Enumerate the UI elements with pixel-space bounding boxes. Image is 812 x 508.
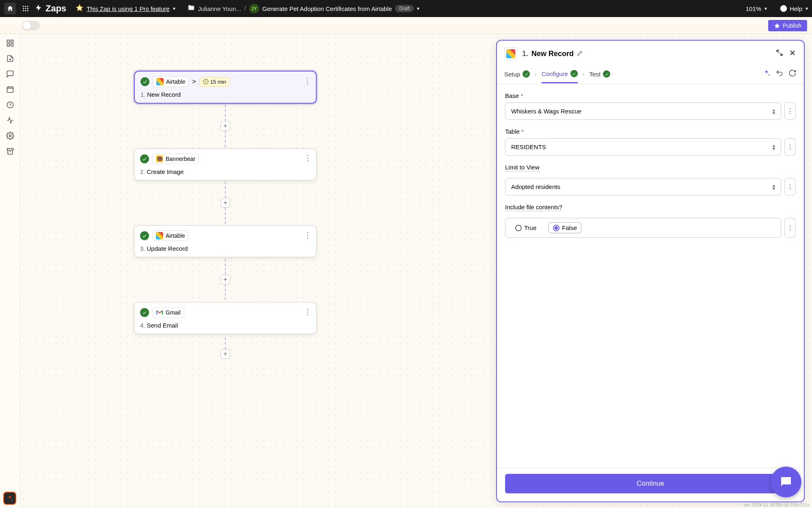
svg-point-10 (784, 10, 784, 10)
connector-3: + (134, 257, 317, 302)
base-select[interactable]: Whiskers & Wags Rescue ▴▾ (505, 102, 781, 120)
step-menu-icon[interactable]: ⋮ (304, 154, 311, 163)
include-label: Include file contents? (505, 204, 562, 211)
base-label: Base * (505, 92, 796, 99)
activity-icon[interactable] (5, 115, 15, 125)
chevron-down-icon[interactable]: ▾ (173, 6, 175, 11)
workspace-crumb[interactable]: Julianne Youn... (198, 5, 241, 12)
field-options-icon[interactable]: ⋮ (784, 102, 796, 120)
svg-point-1 (25, 6, 26, 7)
airtable-icon (156, 78, 164, 85)
chevron-right-icon: › (535, 71, 537, 77)
step-menu-icon[interactable]: ⋮ (304, 307, 311, 316)
airtable-icon (506, 49, 515, 58)
chat-bubble-icon[interactable] (771, 467, 801, 497)
radio-true[interactable]: True (511, 223, 540, 233)
add-step-button[interactable]: + (220, 349, 230, 359)
polling-chip: 15 min (199, 77, 230, 87)
limit-view-select[interactable]: Adopted residents ▴▾ (505, 178, 781, 195)
zoom-chevron-icon[interactable]: ▾ (764, 6, 767, 11)
step-card-3[interactable]: Airtable ⋮ 3.Update Record (134, 225, 317, 257)
add-step-button[interactable]: + (220, 198, 230, 208)
check-icon (603, 70, 610, 78)
svg-rect-18 (7, 148, 13, 150)
connector-2: + (134, 180, 317, 225)
check-icon (140, 154, 149, 163)
settings-gear-icon[interactable] (5, 131, 15, 141)
comment-icon[interactable] (5, 69, 15, 79)
apps-grid-icon[interactable] (19, 2, 32, 15)
check-icon (140, 77, 149, 86)
step-card-2[interactable]: 🐻 Bannerbear ⋮ 2.Create Image (134, 148, 317, 180)
zoom-level[interactable]: 101% (746, 5, 761, 12)
close-icon[interactable] (788, 49, 797, 59)
editor-canvas[interactable]: Airtable > 15 min ⋮ 1.New Record + (20, 34, 812, 508)
history-icon[interactable] (5, 100, 15, 110)
add-step-button[interactable]: + (220, 275, 230, 284)
title-chevron-icon[interactable]: ▾ (417, 6, 419, 11)
continue-button[interactable]: Continue (505, 474, 796, 493)
tool-grid-icon[interactable] (5, 38, 15, 48)
zap-title[interactable]: Generate Pet Adoption Certificates from … (262, 5, 392, 12)
add-step-button[interactable]: + (220, 121, 230, 131)
archive-icon[interactable] (5, 146, 15, 156)
edit-icon[interactable] (577, 50, 583, 57)
undo-icon[interactable] (775, 69, 784, 79)
svg-rect-15 (7, 87, 13, 92)
step-card-4[interactable]: Gmail ⋮ 4.Send Email (134, 302, 317, 334)
help-chevron-icon[interactable]: ▾ (806, 6, 808, 11)
field-options-icon[interactable]: ⋮ (784, 218, 796, 238)
check-icon (140, 308, 149, 317)
tab-test[interactable]: Test (590, 70, 611, 82)
add-file-icon[interactable] (5, 54, 15, 63)
svg-point-6 (23, 10, 24, 11)
airtable-icon (156, 232, 163, 239)
check-icon (570, 70, 578, 77)
tab-configure[interactable]: Configure (542, 70, 578, 83)
svg-rect-12 (11, 40, 13, 43)
step-menu-icon[interactable]: ⋮ (304, 230, 311, 239)
svg-point-8 (27, 10, 28, 11)
chevron-right-icon: › (583, 71, 585, 77)
app-chip-airtable: Airtable (152, 230, 188, 241)
help-button[interactable]: Help (780, 5, 802, 12)
svg-rect-13 (7, 44, 9, 46)
bolt-icon (35, 4, 42, 13)
refresh-icon[interactable] (788, 69, 797, 79)
publish-button[interactable]: Publish (768, 20, 807, 31)
field-options-icon[interactable]: ⋮ (784, 138, 796, 156)
step-detail-panel: 1. New Record (496, 40, 805, 502)
home-icon[interactable] (4, 2, 16, 15)
version-text: ver. 2024-11-28T00:18-761c711c (743, 502, 810, 507)
step-menu-icon[interactable]: ⋮ (304, 76, 311, 85)
step-card-1[interactable]: Airtable > 15 min ⋮ 1.New Record (134, 71, 317, 104)
app-chip-bannerbear: 🐻 Bannerbear (152, 154, 199, 164)
field-options-icon[interactable]: ⋮ (784, 178, 796, 195)
select-chevrons-icon: ▴▾ (773, 184, 775, 190)
tab-setup[interactable]: Setup (504, 70, 530, 82)
draft-badge: Draft (395, 5, 414, 12)
svg-rect-11 (7, 40, 9, 43)
star-icon (76, 4, 83, 13)
svg-rect-14 (11, 44, 13, 46)
left-sidebar (0, 34, 20, 508)
calendar-icon[interactable] (5, 85, 15, 94)
svg-point-5 (27, 8, 28, 9)
ai-sparkle-icon[interactable] (762, 69, 771, 79)
table-label: Table * (505, 128, 796, 135)
app-chip-gmail: Gmail (152, 307, 184, 318)
svg-point-4 (25, 8, 26, 9)
panel-step-num: 1. (522, 50, 528, 58)
pro-feature-link[interactable]: This Zap is using 1 Pro feature (86, 5, 169, 12)
svg-point-7 (25, 10, 26, 11)
enable-toggle[interactable] (22, 21, 40, 30)
select-chevrons-icon: ▴▾ (773, 108, 775, 115)
panel-app-icon (504, 47, 517, 60)
svg-point-17 (9, 135, 11, 137)
ai-assistant-icon[interactable] (3, 492, 16, 505)
radio-false[interactable]: False (549, 222, 581, 233)
svg-rect-20 (156, 310, 158, 314)
expand-icon[interactable] (775, 49, 784, 59)
limit-label: Limit to View (505, 164, 540, 172)
table-select[interactable]: RESIDENTS ▴▾ (505, 138, 781, 156)
